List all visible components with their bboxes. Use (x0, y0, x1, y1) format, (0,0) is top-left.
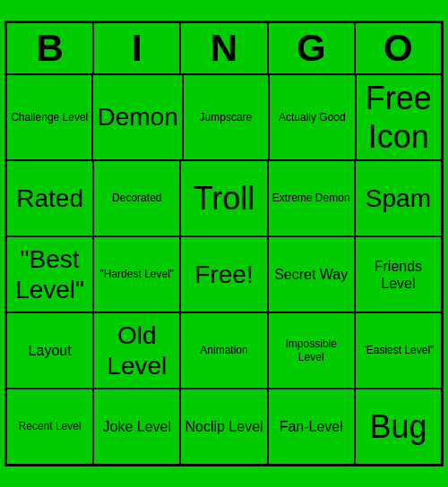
bingo-cell: Layout (6, 312, 93, 389)
bingo-cell: Impossible Level (268, 312, 355, 389)
cell-label: Layout (29, 342, 72, 359)
bingo-cell: Bug (355, 389, 442, 465)
cell-label: Old Level (98, 320, 176, 380)
cell-label: Secret Way (274, 266, 348, 283)
header-letter: O (355, 22, 442, 74)
bingo-cell: Challenge Level (6, 74, 92, 160)
bingo-cell: Jumpscare (183, 74, 269, 160)
cell-label: Free! (194, 260, 253, 290)
bingo-grid: Challenge LevelDemonJumpscareActually Go… (6, 74, 442, 465)
header-letter: G (268, 22, 355, 74)
bingo-cell: "Best Level" (6, 236, 93, 312)
bingo-cell: Free Icon (356, 74, 442, 160)
bingo-cell: Noclip Level (180, 389, 267, 465)
cell-label: Friends Level (359, 258, 437, 292)
bingo-row: RatedDecoratedTrollExtreme DemonSpam (6, 160, 442, 236)
cell-label: Fan-Level (280, 418, 343, 435)
bingo-cell: Demon (92, 74, 182, 160)
cell-label: Extreme Demon (272, 192, 350, 204)
cell-label: Bug (369, 407, 426, 446)
bingo-cell: Free! (180, 236, 267, 312)
cell-label: Actually Good (279, 111, 346, 124)
header-letter: I (93, 22, 180, 74)
cell-label: Recent Level (19, 420, 82, 432)
bingo-cell: Rated (6, 160, 93, 236)
cell-label: "Best Level" (11, 244, 89, 304)
bingo-cell: Secret Way (268, 236, 355, 312)
bingo-row: "Best Level""Hardest Level"Free!Secret W… (6, 236, 442, 312)
bingo-row: LayoutOld LevelAnimationImpossible Level… (6, 312, 442, 389)
cell-label: Demon (97, 102, 177, 132)
bingo-cell: Actually Good (269, 74, 355, 160)
cell-label: Joke Level (103, 418, 172, 435)
bingo-cell: Spam (355, 160, 442, 236)
bingo-cell: Extreme Demon (268, 160, 355, 236)
cell-label: Rated (16, 184, 83, 214)
header-letter: N (180, 22, 267, 74)
header-letter: B (6, 22, 93, 74)
cell-label: Decorated (112, 192, 161, 204)
cell-label: "Easiest Level" (362, 344, 434, 356)
cell-label: Noclip Level (185, 418, 263, 435)
cell-label: Jumpscare (200, 111, 253, 124)
cell-label: Spam (366, 184, 431, 214)
cell-label: Troll (194, 179, 255, 218)
bingo-cell: Joke Level (93, 389, 180, 465)
cell-label: Animation (200, 344, 247, 356)
bingo-cell: Friends Level (355, 236, 442, 312)
cell-label: Impossible Level (272, 337, 350, 363)
cell-label: Challenge Level (11, 111, 88, 124)
bingo-row: Recent LevelJoke LevelNoclip LevelFan-Le… (6, 389, 442, 465)
bingo-card: BINGO Challenge LevelDemonJumpscareActua… (4, 21, 444, 466)
bingo-row: Challenge LevelDemonJumpscareActually Go… (6, 74, 442, 160)
bingo-cell: "Hardest Level" (93, 236, 180, 312)
bingo-cell: Troll (180, 160, 267, 236)
bingo-cell: Animation (180, 312, 267, 389)
bingo-cell: "Easiest Level" (355, 312, 442, 389)
bingo-cell: Old Level (93, 312, 180, 389)
bingo-cell: Decorated (93, 160, 180, 236)
cell-label: "Hardest Level" (100, 268, 175, 280)
bingo-header: BINGO (6, 22, 442, 74)
bingo-cell: Recent Level (6, 389, 93, 465)
bingo-cell: Fan-Level (268, 389, 355, 465)
cell-label: Free Icon (360, 79, 437, 156)
